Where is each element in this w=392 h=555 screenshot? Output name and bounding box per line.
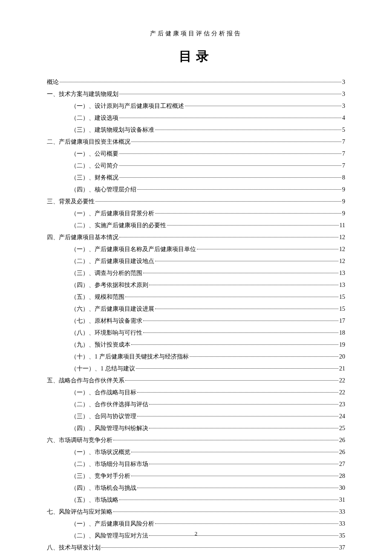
toc-entry-label: （四）、市场机会与挑战: [71, 482, 136, 494]
toc-entry[interactable]: （四）、参考依据和技术原则13: [47, 279, 345, 291]
toc-leader-dots: [137, 416, 338, 416]
toc-entry-label: （七）、原材料与设备需求: [71, 315, 142, 327]
toc-entry[interactable]: 四、产后健康项目基本情况12: [47, 231, 345, 243]
toc-leader-dots: [125, 380, 338, 381]
toc-entry-label: （六）、产后健康项目建设进展: [71, 303, 154, 315]
toc-entry-label: （九）、预计投资成本: [71, 339, 130, 351]
toc-entry[interactable]: （三）、建筑物规划与设备标准5: [47, 124, 345, 136]
toc-entry[interactable]: （十一）、1 总结与建议21: [47, 363, 345, 375]
toc-entry-page: 15: [339, 291, 345, 303]
toc-entry-page: 19: [339, 339, 345, 351]
toc-leader-dots: [149, 404, 338, 405]
toc-entry[interactable]: 六、市场调研与竞争分析26: [47, 434, 345, 446]
toc-entry[interactable]: （四）、风险管理与纠纷解决25: [47, 422, 345, 434]
toc-entry-label: （二）、公司简介: [71, 160, 118, 172]
toc-entry-label: （二）、市场细分与目标市场: [71, 458, 148, 470]
toc-leader-dots: [149, 428, 338, 428]
toc-leader-dots: [131, 142, 341, 142]
toc-entry-label: （四）、参考依据和技术原则: [71, 279, 148, 291]
toc-entry-label: （十）、1 产后健康项目关键技术与经济指标: [71, 351, 189, 363]
toc-entry[interactable]: （一）、产后健康项目背景分析9: [47, 208, 345, 220]
toc-entry-page: 12: [339, 255, 345, 267]
toc-leader-dots: [149, 464, 338, 464]
toc-entry[interactable]: （二）、合作伙伴选择与评估23: [47, 399, 345, 410]
page-title: 目录: [47, 48, 345, 65]
toc-entry[interactable]: 三、背景及必要性 9: [47, 196, 345, 208]
toc-entry-label: （三）、调查与分析的范围: [71, 267, 142, 279]
toc-leader-dots: [131, 344, 338, 345]
toc-entry[interactable]: （一）、公司概要7: [47, 148, 345, 160]
toc-leader-dots: [197, 249, 338, 249]
toc-entry[interactable]: （六）、产后健康项目建设进展15: [47, 303, 345, 315]
toc-entry[interactable]: （五）、市场战略 31: [47, 494, 345, 506]
toc-entry[interactable]: 一、技术方案与建筑物规划3: [47, 88, 345, 100]
toc-entry-page: 7: [342, 160, 345, 172]
toc-entry-label: （二）、实施产后健康项目的必要性: [71, 220, 166, 231]
toc-entry[interactable]: （八）、环境影响与可行性18: [47, 327, 345, 339]
toc-entry[interactable]: 五、战略合作与合作伙伴关系22: [47, 375, 345, 387]
toc-entry[interactable]: （二）、实施产后健康项目的必要性11: [47, 220, 345, 231]
toc-entry-label: 一、技术方案与建筑物规划: [47, 88, 118, 100]
toc-leader-dots: [136, 368, 339, 369]
toc-entry-label: （一）、合作战略与目标: [71, 387, 136, 399]
toc-entry[interactable]: （三）、调查与分析的范围13: [47, 267, 345, 279]
toc-entry[interactable]: （二）、产后健康项目建设地点12: [47, 255, 345, 267]
toc-leader-dots: [155, 213, 341, 214]
toc-entry[interactable]: （十）、1 产后健康项目关键技术与经济指标20: [47, 351, 345, 363]
toc-entry[interactable]: （四）、市场机会与挑战30: [47, 482, 345, 494]
toc-entry-page: 9: [342, 208, 345, 220]
toc-entry-label: 五、战略合作与合作伙伴关系: [47, 375, 124, 387]
toc-entry[interactable]: （九）、预计投资成本19: [47, 339, 345, 351]
toc-entry[interactable]: （一）、产后健康项目名称及产后健康项目单位12: [47, 243, 345, 255]
toc-entry-label: 六、市场调研与竞争分析: [47, 434, 112, 446]
toc-entry-page: 8: [342, 172, 345, 184]
toc-entry-page: 25: [339, 422, 345, 434]
toc-entry[interactable]: （二）、建设选项4: [47, 112, 345, 124]
toc-entry[interactable]: 七、风险评估与应对策略33: [47, 506, 345, 518]
toc-entry[interactable]: 概论3: [47, 76, 345, 88]
toc-entry[interactable]: （二）、公司简介7: [47, 160, 345, 172]
table-of-contents: 概论3一、技术方案与建筑物规划3（一）、设计原则与产后健康项目工程概述3（二）、…: [47, 76, 345, 555]
toc-entry-page: 22: [339, 375, 345, 387]
page-footer: 2: [0, 530, 392, 537]
toc-entry[interactable]: （四）、核心管理层介绍9: [47, 184, 345, 196]
toc-entry-label: 概论: [47, 76, 59, 88]
toc-leader-dots: [137, 392, 338, 393]
toc-entry-label: （三）、建筑物规划与设备标准: [71, 124, 154, 136]
document-header: 产后健康项目评估分析报告: [47, 30, 345, 38]
toc-entry[interactable]: 八、技术与研发计划 37: [47, 542, 345, 554]
toc-entry-page: 31: [339, 494, 345, 506]
toc-entry[interactable]: （三）、合同与协议管理24: [47, 410, 345, 422]
toc-entry-page: 22: [339, 387, 345, 399]
toc-entry-page: 13: [339, 279, 345, 291]
toc-leader-dots: [143, 332, 338, 333]
toc-entry-page: 7: [342, 136, 345, 148]
toc-entry-page: 3: [342, 100, 345, 112]
toc-entry[interactable]: （五）、规模和范围15: [47, 291, 345, 303]
toc-entry[interactable]: （三）、竞争对手分析28: [47, 470, 345, 482]
toc-entry-page: 9: [342, 196, 345, 208]
toc-leader-dots: [119, 118, 341, 118]
toc-entry-page: 4: [342, 112, 345, 124]
toc-entry[interactable]: （一）、合作战略与目标22: [47, 387, 345, 399]
toc-entry-page: 18: [339, 327, 345, 339]
toc-leader-dots: [167, 225, 339, 225]
toc-entry[interactable]: （三）、财务概况8: [47, 172, 345, 184]
toc-entry-page: 3: [342, 76, 345, 88]
toc-entry[interactable]: （一）、产后健康项目风险分析33: [47, 518, 345, 530]
toc-entry-label: （二）、建设选项: [71, 112, 118, 124]
toc-entry-label: 三、背景及必要性: [47, 196, 95, 208]
toc-leader-dots: [119, 153, 341, 154]
toc-entry[interactable]: （一）、设计原则与产后健康项目工程概述3: [47, 100, 345, 112]
toc-entry[interactable]: （七）、原材料与设备需求17: [47, 315, 345, 327]
toc-entry[interactable]: 二、产后健康项目投资主体概况7: [47, 136, 345, 148]
toc-entry[interactable]: （一）、市场状况概览26: [47, 446, 345, 458]
toc-entry-label: （二）、产后健康项目建设地点: [71, 255, 154, 267]
toc-leader-dots: [137, 189, 341, 190]
toc-entry-page: 17: [339, 315, 345, 327]
toc-entry-page: 21: [339, 363, 345, 375]
toc-leader-dots: [119, 177, 341, 178]
toc-leader-dots: [119, 165, 341, 166]
toc-leader-dots: [131, 452, 338, 452]
toc-entry[interactable]: （二）、市场细分与目标市场27: [47, 458, 345, 470]
